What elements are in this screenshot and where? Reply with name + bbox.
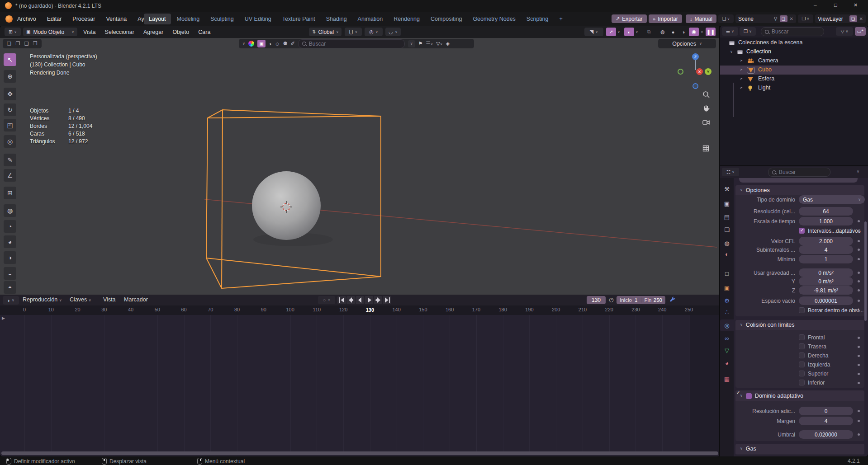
properties-search-input[interactable]: Buscar xyxy=(768,168,830,177)
shading-rendered-button[interactable]: ◉ xyxy=(689,28,699,36)
export-button[interactable]: ↗ Exportar xyxy=(612,14,647,23)
viewlayer-field[interactable]: ViewLayer ❏ ✕ xyxy=(815,14,866,23)
hierarchy-icon[interactable]: ☰∨ xyxy=(426,41,433,47)
animate-dot[interactable] xyxy=(858,280,860,282)
manual-button[interactable]: ↓ Manual xyxy=(686,14,716,23)
zoom-icon[interactable] xyxy=(702,90,710,99)
workspace-tab-rendering[interactable]: Rendering xyxy=(389,14,425,24)
properties-tab-render[interactable]: ▣ xyxy=(720,197,734,209)
properties-tab-world[interactable]: ◐ xyxy=(720,248,734,260)
jump-to-start-button[interactable] xyxy=(337,296,346,304)
new-scene-button[interactable]: ❏ xyxy=(780,15,787,22)
object-visibility-dropdown[interactable]: ◥︎∨ xyxy=(584,28,603,36)
topbar-menu-editar[interactable]: Editar xyxy=(44,16,65,22)
viewport-menu-seleccionar[interactable]: Seleccionar xyxy=(102,29,137,35)
animate-dot[interactable] xyxy=(858,310,860,312)
shading-material-button[interactable]: ◑ xyxy=(678,28,688,36)
outliner-filter-id-dropdown[interactable]: ❐∨ xyxy=(740,27,756,36)
filter-icon[interactable]: ▽∨ xyxy=(436,41,442,47)
matcap-sphere-icon[interactable] xyxy=(248,41,254,47)
topbar-menu-archivo[interactable]: Archivo xyxy=(14,16,39,22)
workspace-tab-geometry-nodes[interactable]: Geometry Nodes xyxy=(468,14,520,24)
tool-rotate[interactable]: ↻ xyxy=(4,103,16,116)
tool-fluid-tool-1[interactable]: ◔ xyxy=(4,220,16,233)
tool-fluid-tool-5[interactable]: ◓ xyxy=(4,281,16,294)
timeline-ruler[interactable]: 0102030405060708090100110120130140150160… xyxy=(0,305,720,315)
properties-options-icon[interactable]: ∨ xyxy=(857,170,859,174)
tool-scale[interactable]: ◰ xyxy=(4,119,16,132)
animate-dot[interactable] xyxy=(858,220,860,222)
animate-dot[interactable] xyxy=(858,420,860,422)
tool-annotate[interactable]: ✎ xyxy=(4,154,16,166)
properties-tab-physics[interactable]: ◎ xyxy=(720,319,734,331)
frame-end-field[interactable]: Fin250 xyxy=(641,297,666,303)
overlays-dropdown-icon[interactable]: ∨ xyxy=(635,30,639,34)
timeline-menu-claves[interactable]: Claves ∨ xyxy=(67,296,94,303)
tool-settings-collapse-icon[interactable]: ∨ xyxy=(242,42,245,46)
remove-viewlayer-icon[interactable]: ✕ xyxy=(859,16,863,21)
colision-checkbox-derecha[interactable] xyxy=(799,352,805,358)
field-1-input[interactable]: 64 xyxy=(799,207,853,216)
properties-tab-tool[interactable]: ⚒ xyxy=(720,183,734,195)
animate-dot[interactable] xyxy=(858,382,860,384)
viewport-options-dropdown[interactable]: Opciones ∨ xyxy=(658,39,716,48)
next-keyframe-button[interactable] xyxy=(374,296,382,304)
camera-view-icon[interactable] xyxy=(702,118,710,126)
properties-tab-object[interactable]: ▣ xyxy=(720,282,734,294)
animate-dot[interactable] xyxy=(858,289,860,291)
mode-dropdown[interactable]: ▣ Modo Objeto ∨ xyxy=(23,28,77,36)
topbar-menu-ventana[interactable]: Ventana xyxy=(103,16,129,22)
properties-context-icon[interactable]: ☵∨ xyxy=(722,168,739,176)
import-button[interactable]: » Importar xyxy=(649,14,682,23)
outliner-row-cubo[interactable]: ∨ Cubo xyxy=(720,66,868,75)
editor-type-button[interactable]: ⊞∨ xyxy=(5,28,21,36)
tool-measure[interactable]: ∠ xyxy=(4,169,16,182)
shading-dropdown-icon[interactable]: ∨ xyxy=(699,30,705,34)
colision-checkbox-izquierda[interactable] xyxy=(799,362,805,367)
select-mode-subtract-icon[interactable]: ❑ xyxy=(24,41,29,47)
tool-add-cube[interactable]: ⊞ xyxy=(4,187,16,199)
timeline-menu-vista[interactable]: Vista xyxy=(100,296,119,303)
tool-fluid-tool-3[interactable]: ◑ xyxy=(4,251,16,264)
animate-dot[interactable] xyxy=(858,258,860,260)
outliner-row-camera[interactable]: ∨ Camera xyxy=(720,56,868,66)
expand-icon[interactable]: ∨ xyxy=(730,50,733,54)
jump-to-end-button[interactable] xyxy=(383,296,391,304)
outliner-row-scene-collection[interactable]: Colecciones de la escena xyxy=(720,38,868,47)
animate-dot[interactable] xyxy=(858,337,860,339)
animate-dot[interactable] xyxy=(858,249,860,251)
scene-type-selector[interactable]: ❏∨ xyxy=(718,14,734,23)
bookmark-icon[interactable]: ⚑ xyxy=(418,41,423,47)
stroke-mode-icon[interactable]: ▣ xyxy=(257,40,266,47)
previous-frame-button[interactable] xyxy=(356,296,364,304)
checkbox-11[interactable] xyxy=(799,307,805,313)
gizmo-toggle[interactable]: ➚ xyxy=(606,28,616,36)
properties-tab-modifiers[interactable]: ⚙ xyxy=(720,295,734,306)
timeline-scrollbar[interactable] xyxy=(1,451,718,455)
field-7-input[interactable]: 0 m/s² xyxy=(799,268,853,277)
workspace-tab-uv-editing[interactable]: UV Editing xyxy=(240,14,276,24)
panel-gas-header[interactable]: ∨Gas xyxy=(735,444,864,454)
xray-toggle[interactable]: ⧉ xyxy=(644,28,654,36)
dominio-checkbox[interactable] xyxy=(746,393,752,399)
falloff-dropdown[interactable]: ◡∨ xyxy=(385,28,401,36)
previous-keyframe-button[interactable] xyxy=(346,296,355,304)
ortho-grid-icon[interactable] xyxy=(702,145,710,153)
animate-dot[interactable] xyxy=(858,240,860,242)
tool-transform[interactable]: ◎ xyxy=(4,135,16,148)
dominio-field-0[interactable]: 0 xyxy=(799,407,853,415)
tool-eyedropper[interactable]: ◍ xyxy=(4,204,16,217)
outliner-filter-dropdown[interactable]: ▽∨ xyxy=(836,27,853,36)
timeline-body[interactable]: ▶ xyxy=(0,315,720,453)
playhead-line[interactable] xyxy=(370,305,370,451)
transform-orientation-dropdown[interactable]: ⇅ Global ∨ xyxy=(309,28,342,36)
outliner-search-input[interactable]: Buscar xyxy=(761,27,824,36)
tool-select-box[interactable]: ↖ xyxy=(4,53,16,66)
unlink-scene-icon[interactable]: ✕ xyxy=(790,16,793,21)
viewport-menu-agregar[interactable]: Agregar xyxy=(141,29,166,35)
field-8-input[interactable]: 0 m/s² xyxy=(799,277,853,286)
workspace-tab-sculpting[interactable]: Sculpting xyxy=(205,14,238,24)
dominio-field-1[interactable]: 4 xyxy=(799,417,853,425)
tool-extra-dropdown-icon[interactable]: ∨ xyxy=(408,40,415,47)
panel-dominio-header[interactable]: ∨ Dominio adaptativo xyxy=(735,390,864,401)
